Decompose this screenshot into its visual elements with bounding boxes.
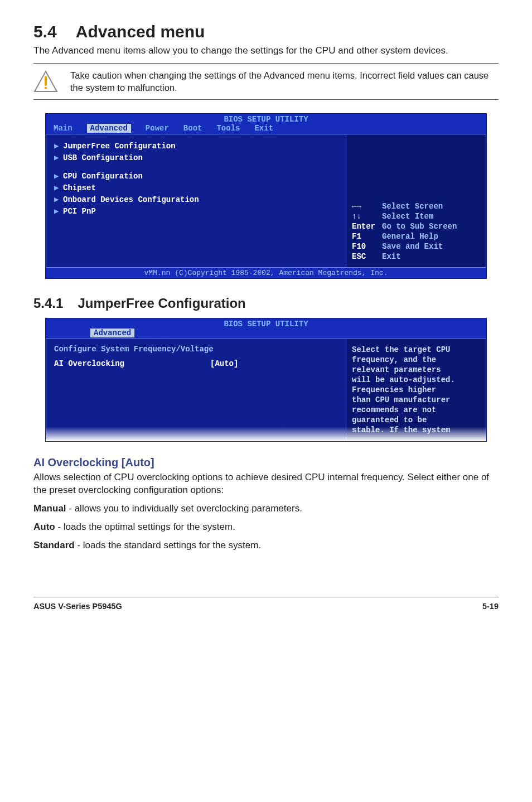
option-text-manual: - allows you to individually set overclo… [66,503,302,514]
caution-notice: Take caution when changing the settings … [33,63,499,100]
option-text-standard: - loads the standard settings for the sy… [75,540,262,550]
bios-help-panel: ←→Select Screen ↑↓Select Item EnterGo to… [346,134,486,268]
submenu-arrow-icon: ▶ [54,141,63,151]
key-action: Save and Exit [382,242,443,251]
submenu-arrow-icon: ▶ [54,171,63,181]
bios-tab-tools: Tools [216,124,240,133]
bios-tab-power: Power [146,124,169,133]
footer-page-number: 5-19 [482,602,499,611]
menu-item: JumperFree Configuration [63,142,176,151]
help-text: frequency, and the [352,355,480,365]
help-text: will be auto-adjusted. [352,375,480,385]
key-label: Enter [352,222,382,231]
key-action: Select Item [382,212,433,221]
bios-screenshot-advanced-menu: BIOS SETUP UTILITY Main Advanced Power B… [45,113,487,279]
submenu-arrow-icon: ▶ [54,195,63,204]
option-text-auto: - loads the optimal settings for the sys… [55,521,235,532]
key-label: F1 [352,232,382,241]
option-standard: Standard - loads the standard settings f… [33,539,499,552]
menu-item: Onboard Devices Configuration [63,195,199,204]
config-label: AI Overclocking [54,359,210,368]
config-section-header: Configure System Frequency/Voltage [54,345,338,359]
section-title-text: Advanced menu [76,22,205,41]
menu-item: PCI PnP [63,207,96,216]
key-action: Exit [382,252,401,261]
bios-tab-advanced: Advanced [87,124,131,133]
caution-icon [33,70,58,93]
caution-text: Take caution when changing the settings … [70,69,499,94]
subsection-heading: 5.4.1JumperFree Configuration [33,296,499,311]
menu-item: USB Configuration [63,153,143,162]
submenu-arrow-icon: ▶ [54,183,63,192]
bios-title: BIOS SETUP UTILITY [46,318,486,328]
section-number: 5.4 [33,22,57,41]
help-text: Select the target CPU [352,345,480,355]
section-intro: The Advanced menu items allow you to cha… [33,45,499,57]
bios-screenshot-jumperfree: BIOS SETUP UTILITY Advanced Configure Sy… [45,318,487,442]
option-label-standard: Standard [33,540,75,550]
bios-tab-advanced: Advanced [90,328,134,337]
key-label: ESC [352,252,382,261]
section-heading: 5.4Advanced menu [33,22,499,41]
option-auto: Auto - loads the optimal settings for th… [33,521,499,534]
subsection-number: 5.4.1 [33,296,63,311]
help-text: stable. If the system [352,425,480,435]
option-heading: AI Overclocking [Auto] [33,456,499,469]
help-text: guaranteed to be [352,415,480,425]
help-text: recommends are not [352,405,480,415]
bios-config-panel: Configure System Frequency/Voltage AI Ov… [46,339,346,441]
option-label-auto: Auto [33,521,55,532]
help-text: relevant parameters [352,365,480,375]
bios-title: BIOS SETUP UTILITY [46,114,486,124]
key-action: General Help [382,232,438,241]
option-label-manual: Manual [33,503,66,514]
key-label: ←→ [352,202,382,211]
menu-item: Chipset [63,183,96,192]
svg-point-2 [45,87,47,90]
bios-tab-exit: Exit [254,124,273,133]
bios-tab-bar: Main Advanced Power Boot Tools Exit [46,124,486,134]
submenu-arrow-icon: ▶ [54,206,63,216]
bios-help-panel: Select the target CPU frequency, and the… [346,339,486,441]
bios-menu-panel: ▶JumperFree Configuration ▶USB Configura… [46,134,346,268]
option-description: Allows selection of CPU overclocking opt… [33,471,499,497]
key-label: F10 [352,242,382,251]
subsection-title: JumperFree Configuration [78,296,245,311]
key-label: ↑↓ [352,212,382,221]
page-footer: ASUS V-Series P5945G 5-19 [33,597,499,611]
key-action: Select Screen [382,202,443,211]
bios-tab-main: Main [54,124,72,133]
option-manual: Manual - allows you to individually set … [33,503,499,515]
key-action: Go to Sub Screen [382,222,457,231]
help-text: than CPU manufacturer [352,395,480,405]
footer-product: ASUS V-Series P5945G [33,602,122,611]
bios-copyright: vMM.nn (C)Copyright 1985-2002, American … [46,268,486,278]
menu-item: CPU Configuration [63,172,143,181]
submenu-arrow-icon: ▶ [54,153,63,162]
bios-tab-boot: Boot [183,124,202,133]
config-row: AI Overclocking [Auto] [54,359,338,368]
config-value: [Auto] [210,359,238,368]
help-text: Frequencies higher [352,385,480,395]
